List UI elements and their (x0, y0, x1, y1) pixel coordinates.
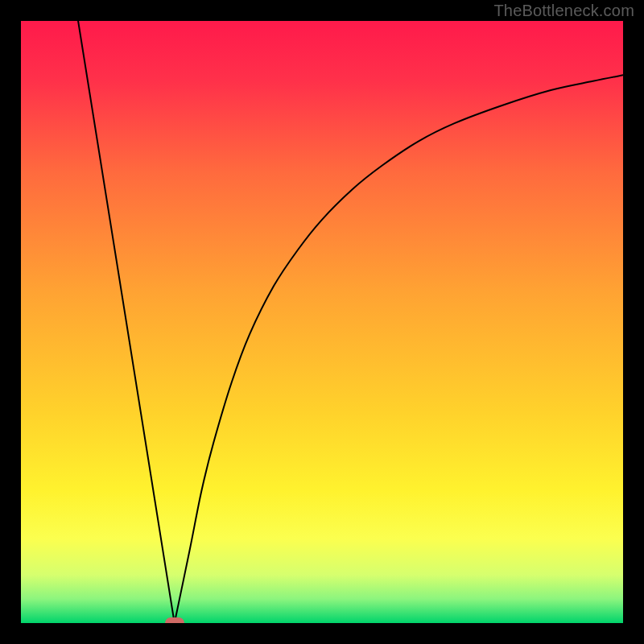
chart-frame: TheBottleneck.com (0, 0, 644, 644)
optimal-marker (165, 617, 184, 623)
attribution-label: TheBottleneck.com (493, 2, 634, 20)
plot-area (21, 21, 623, 623)
bottleneck-curve (21, 21, 623, 623)
